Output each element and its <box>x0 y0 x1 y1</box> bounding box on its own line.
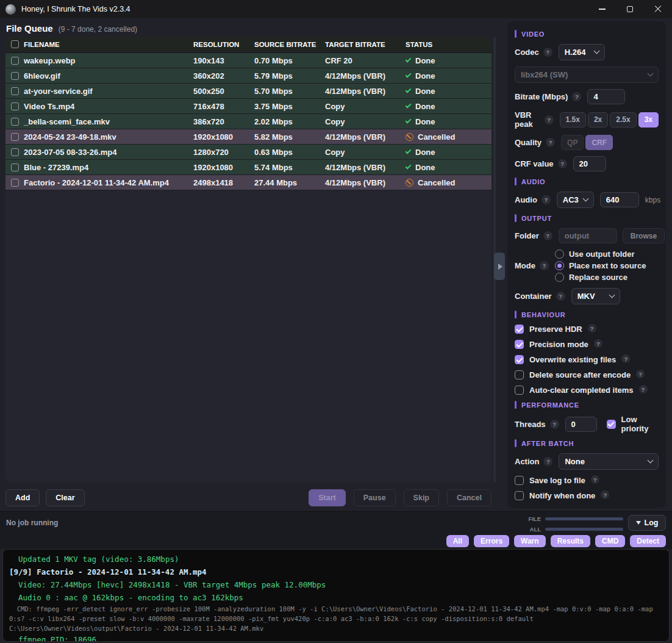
bitrate-help-icon[interactable]: ? <box>572 92 581 101</box>
codec-help-icon[interactable]: ? <box>543 48 552 57</box>
log-filter-results[interactable]: Results <box>551 535 590 547</box>
checkbox-row[interactable]: Notify when done? <box>515 491 659 500</box>
crf-input[interactable] <box>573 156 606 171</box>
table-row[interactable]: Blue - 27239.mp41920x10805.74 Mbps4/12Mb… <box>5 160 491 175</box>
file-progressbar <box>545 517 623 520</box>
skip-button[interactable]: Skip <box>404 489 439 506</box>
cell-filename: wakeup.webp <box>24 56 193 65</box>
mode-radio-0[interactable]: Use output folder <box>555 250 646 259</box>
log-filter-detect[interactable]: Detect <box>630 535 666 547</box>
output-folder-input[interactable] <box>559 228 617 243</box>
audio-codec-select[interactable]: AC3 <box>557 192 594 208</box>
log-filter-warn[interactable]: Warn <box>514 535 546 547</box>
help-icon[interactable]: ? <box>601 490 609 499</box>
help-icon[interactable]: ? <box>588 324 596 332</box>
row-checkbox-cell <box>5 118 24 126</box>
checkbox-row[interactable]: Delete source after encode? <box>515 370 659 379</box>
quality-help-icon[interactable]: ? <box>546 138 555 147</box>
checkbox-label: Notify when done <box>529 491 595 500</box>
status-text: Cancelled <box>418 178 455 187</box>
row-checkbox[interactable] <box>11 57 19 65</box>
mode-radio-1[interactable]: Place next to source <box>555 261 646 270</box>
bitrate-input[interactable] <box>587 89 625 104</box>
row-checkbox[interactable] <box>11 118 19 126</box>
vbr-option-1.5x[interactable]: 1.5x <box>560 112 586 128</box>
quality-option-qp[interactable]: QP <box>561 135 584 150</box>
radio-icon <box>555 273 564 282</box>
table-row[interactable]: Factorio - 2024-12-01 11-34-42 AM.mp4249… <box>5 175 491 190</box>
log-toggle-button[interactable]: Log <box>628 515 666 531</box>
threads-input[interactable] <box>565 417 597 432</box>
done-check-icon <box>406 102 412 109</box>
collapse-panel-handle[interactable] <box>494 253 505 280</box>
checkbox-row[interactable]: Precision mode? <box>515 340 659 349</box>
log-output[interactable]: Updated 1 MKV tag (video: 3.86Mbps)[9/9]… <box>2 549 670 642</box>
table-row[interactable]: at-your-service.gif500x2505.70 Mbps4/12M… <box>5 84 491 99</box>
chevron-down-icon <box>582 196 588 202</box>
action-help-icon[interactable]: ? <box>543 457 552 466</box>
row-checkbox-cell <box>5 87 24 95</box>
checkbox-row[interactable]: Auto-clear completed items? <box>515 386 659 395</box>
row-checkbox[interactable] <box>11 163 19 171</box>
quality-option-crf[interactable]: CRF <box>585 135 613 150</box>
checkbox-row[interactable]: Save log to file? <box>515 476 659 485</box>
vbr-option-2x[interactable]: 2x <box>588 112 608 128</box>
close-button[interactable] <box>644 0 672 18</box>
container-help-icon[interactable]: ? <box>556 292 565 301</box>
table-row[interactable]: wakeup.webp190x1430.70 MbpsCRF 20Done <box>5 53 491 68</box>
row-checkbox[interactable] <box>11 148 19 156</box>
pause-button[interactable]: Pause <box>354 489 396 506</box>
add-button[interactable]: Add <box>5 489 40 506</box>
after-batch-action-select[interactable]: None <box>559 453 659 470</box>
audio-help-icon[interactable]: ? <box>542 195 551 204</box>
folder-help-icon[interactable]: ? <box>543 231 552 240</box>
maximize-button[interactable] <box>616 0 644 18</box>
crf-help-icon[interactable]: ? <box>558 159 567 168</box>
status-text: Done <box>415 87 435 96</box>
start-button[interactable]: Start <box>309 489 345 506</box>
codec-select[interactable]: H.264 <box>559 44 605 60</box>
cell-source-bitrate: 2.02 Mbps <box>254 117 325 126</box>
clear-button[interactable]: Clear <box>46 489 84 506</box>
table-row[interactable]: Video Ts.mp4716x4783.75 MbpsCopyDone <box>5 99 491 114</box>
log-filter-cmd[interactable]: CMD <box>595 535 625 547</box>
checkbox-row[interactable]: Overwrite existing files? <box>515 355 659 364</box>
vbr-peak-segmented: 1.5x2x2.5x3x <box>560 112 659 128</box>
select-all-checkbox[interactable] <box>11 40 19 48</box>
mode-help-icon[interactable]: ? <box>540 261 549 270</box>
encoder-select[interactable]: libx264 (SW) <box>515 66 659 83</box>
row-checkbox[interactable] <box>11 72 19 80</box>
cancelled-icon <box>406 133 413 141</box>
help-icon[interactable]: ? <box>639 385 648 393</box>
vbr-peak-help-icon[interactable]: ? <box>545 115 554 124</box>
chevron-down-icon <box>648 71 654 77</box>
checkbox-row[interactable]: Preserve HDR? <box>515 325 659 334</box>
log-filter-all[interactable]: All <box>446 535 469 547</box>
row-checkbox[interactable] <box>11 87 19 95</box>
table-row[interactable]: _bella-scemi_face.mkv386x7202.02 MbpsCop… <box>5 114 491 129</box>
minimize-button[interactable] <box>588 0 616 18</box>
checkbox-row[interactable]: Low priority <box>607 415 659 433</box>
browse-button[interactable]: Browse <box>623 228 665 243</box>
row-checkbox[interactable] <box>11 133 19 141</box>
row-checkbox[interactable] <box>11 179 19 187</box>
log-filter-errors[interactable]: Errors <box>474 535 509 547</box>
vbr-option-2.5x[interactable]: 2.5x <box>610 112 636 128</box>
vbr-option-3x[interactable]: 3x <box>638 112 659 128</box>
help-icon[interactable]: ? <box>636 370 645 378</box>
mode-radio-2[interactable]: Replace source <box>555 273 646 282</box>
audio-bitrate-input[interactable] <box>600 192 639 207</box>
cell-resolution: 716x478 <box>193 102 254 111</box>
cancel-button[interactable]: Cancel <box>447 489 491 506</box>
output-mode-radios: Use output folderPlace next to sourceRep… <box>555 250 646 282</box>
row-checkbox[interactable] <box>11 102 19 110</box>
help-icon[interactable]: ? <box>591 475 599 484</box>
table-row[interactable]: 2023-07-05 08-33-26.mp41280x7200.63 Mbps… <box>5 145 491 160</box>
threads-help-icon[interactable]: ? <box>550 420 559 429</box>
table-row[interactable]: 6hleov.gif360x2025.79 Mbps4/12Mbps (VBR)… <box>5 68 491 84</box>
container-select[interactable]: MKV <box>571 288 620 304</box>
table-row[interactable]: 2024-05-24 23-49-18.mkv1920x10805.82 Mbp… <box>5 129 491 145</box>
all-progress-label: ALL <box>523 526 541 533</box>
help-icon[interactable]: ? <box>594 339 602 348</box>
help-icon[interactable]: ? <box>621 354 630 363</box>
